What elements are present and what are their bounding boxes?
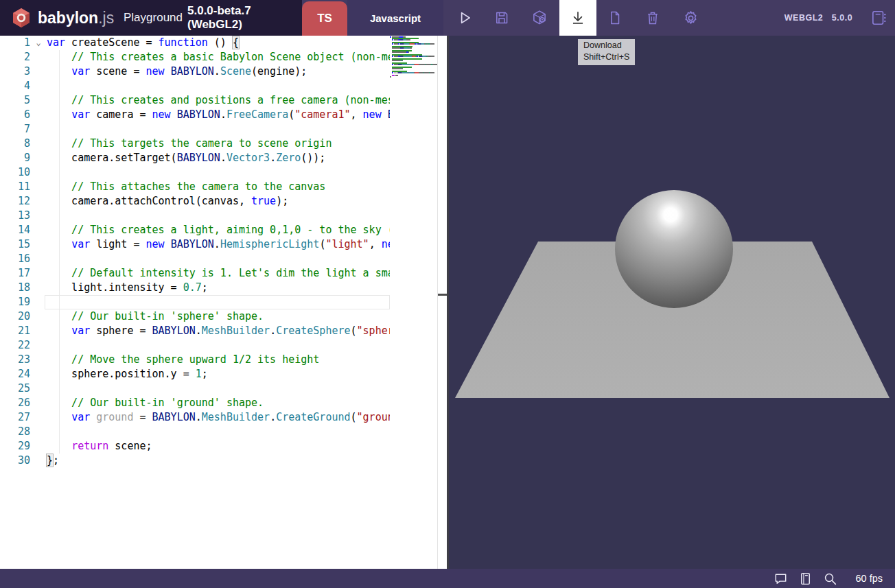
ts-label: TS bbox=[317, 12, 332, 25]
new-button[interactable] bbox=[596, 0, 634, 36]
fold-gutter bbox=[30, 64, 47, 79]
clear-button[interactable] bbox=[634, 0, 671, 36]
line-number: 7 bbox=[0, 122, 30, 137]
fold-gutter bbox=[30, 194, 47, 209]
line-number: 18 bbox=[0, 281, 30, 295]
line-number: 25 bbox=[0, 381, 30, 396]
fold-gutter bbox=[30, 367, 47, 381]
code-line[interactable]: 1⌄var createScene = function () { bbox=[0, 36, 390, 50]
code-text: // This creates and positions a free cam… bbox=[47, 93, 390, 108]
fold-gutter bbox=[30, 410, 47, 425]
line-number: 1 bbox=[0, 36, 30, 50]
trash-icon bbox=[644, 10, 661, 26]
page-title: Playground 5.0.0-beta.7 (WebGL2) bbox=[124, 0, 302, 36]
save-button[interactable] bbox=[483, 0, 520, 36]
code-text: light.intensity = 0.7; bbox=[47, 281, 208, 295]
code-editor[interactable]: 1⌄var createScene = function () {2 // Th… bbox=[0, 36, 438, 569]
splitter-handle[interactable] bbox=[438, 294, 447, 296]
docs-button[interactable] bbox=[797, 569, 815, 587]
pane-splitter[interactable] bbox=[438, 36, 447, 569]
tooltip-shortcut: Shift+Ctrl+S bbox=[583, 51, 629, 63]
line-number: 9 bbox=[0, 151, 30, 165]
fold-gutter bbox=[30, 165, 47, 180]
comment-button[interactable] bbox=[772, 569, 790, 587]
line-number: 11 bbox=[0, 180, 30, 194]
line-number: 2 bbox=[0, 50, 30, 64]
run-button[interactable] bbox=[446, 0, 483, 36]
code-line[interactable]: 30}; bbox=[0, 454, 390, 468]
examples-button[interactable] bbox=[862, 0, 895, 36]
search-button[interactable] bbox=[822, 569, 839, 587]
fold-gutter bbox=[30, 396, 47, 410]
line-number: 4 bbox=[0, 79, 30, 93]
code-text: // Our built-in 'sphere' shape. bbox=[47, 309, 264, 324]
download-tooltip: Download Shift+Ctrl+S bbox=[578, 39, 635, 65]
inspector-button[interactable] bbox=[521, 0, 558, 36]
download-icon bbox=[569, 9, 587, 27]
fold-gutter bbox=[30, 324, 47, 338]
line-number: 21 bbox=[0, 324, 30, 338]
fold-gutter bbox=[30, 338, 47, 353]
code-text: }; bbox=[47, 454, 59, 468]
fold-gutter bbox=[30, 137, 47, 151]
render-canvas[interactable] bbox=[447, 36, 895, 569]
settings-button[interactable] bbox=[672, 0, 709, 36]
fold-gutter bbox=[30, 237, 47, 252]
fold-gutter bbox=[30, 209, 47, 223]
line-number: 29 bbox=[0, 439, 30, 454]
book-icon bbox=[798, 571, 813, 587]
code-text: var sphere = BABYLON.MeshBuilder.CreateS… bbox=[47, 324, 390, 338]
line-number: 22 bbox=[0, 338, 30, 353]
fold-gutter bbox=[30, 122, 47, 137]
language-select[interactable]: Javascript bbox=[347, 0, 443, 36]
fold-gutter bbox=[30, 353, 47, 367]
code-text: var light = new BABYLON.HemisphericLight… bbox=[47, 237, 390, 252]
line-number: 26 bbox=[0, 396, 30, 410]
fold-gutter bbox=[30, 454, 47, 468]
fps-counter: 60 fps bbox=[856, 573, 883, 584]
navbar-brand-section: babylon.js Playground 5.0.0-beta.7 (WebG… bbox=[0, 0, 302, 36]
fold-gutter bbox=[30, 381, 47, 396]
fold-gutter bbox=[30, 151, 47, 165]
line-number: 6 bbox=[0, 108, 30, 122]
code-text: // This targets the camera to scene orig… bbox=[47, 137, 332, 151]
code-text: var ground = BABYLON.MeshBuilder.CreateG… bbox=[47, 410, 390, 425]
fold-gutter bbox=[30, 439, 47, 454]
download-button[interactable] bbox=[559, 0, 596, 36]
code-text: sphere.position.y = 1; bbox=[47, 367, 208, 381]
status-bar: 60 fps bbox=[0, 569, 895, 588]
code-text: var camera = new BABYLON.FreeCamera("cam… bbox=[47, 108, 390, 122]
magnifier-icon bbox=[822, 571, 838, 587]
fold-chevron-icon[interactable]: ⌄ bbox=[30, 36, 47, 50]
fold-gutter bbox=[30, 281, 47, 295]
code-text: var scene = new BABYLON.Scene(engine); bbox=[47, 64, 307, 79]
engine-label: WEBGL2 bbox=[781, 0, 826, 36]
brand-name[interactable]: babylon.js bbox=[38, 0, 114, 36]
typescript-toggle-button[interactable]: TS bbox=[302, 1, 347, 36]
examples-book-icon bbox=[870, 9, 887, 27]
code-text: // Our built-in 'ground' shape. bbox=[47, 396, 264, 410]
fold-gutter bbox=[30, 79, 47, 93]
fold-gutter bbox=[30, 50, 47, 64]
line-number: 3 bbox=[0, 64, 30, 79]
engine-version-text: 5.0.0 bbox=[832, 13, 852, 23]
play-icon bbox=[456, 9, 474, 27]
tooltip-title: Download bbox=[583, 40, 629, 51]
line-number: 10 bbox=[0, 165, 30, 180]
fold-gutter bbox=[30, 108, 47, 122]
save-icon bbox=[493, 10, 510, 26]
minimap[interactable] bbox=[390, 36, 437, 80]
title-app: Playground bbox=[124, 11, 183, 25]
line-number: 14 bbox=[0, 223, 30, 237]
line-number: 28 bbox=[0, 425, 30, 439]
line-number: 23 bbox=[0, 353, 30, 367]
engine-version-label: 5.0.0 bbox=[826, 0, 858, 36]
fold-gutter bbox=[30, 93, 47, 108]
code-text: // Default intensity is 1. Let's dim the… bbox=[47, 266, 390, 281]
brand-bold: babylon bbox=[38, 9, 98, 27]
code-text: camera.setTarget(BABYLON.Vector3.Zero())… bbox=[47, 151, 325, 165]
line-number: 5 bbox=[0, 93, 30, 108]
code-text: var createScene = function () { bbox=[47, 36, 239, 50]
fold-gutter bbox=[30, 309, 47, 324]
line-number: 27 bbox=[0, 410, 30, 425]
